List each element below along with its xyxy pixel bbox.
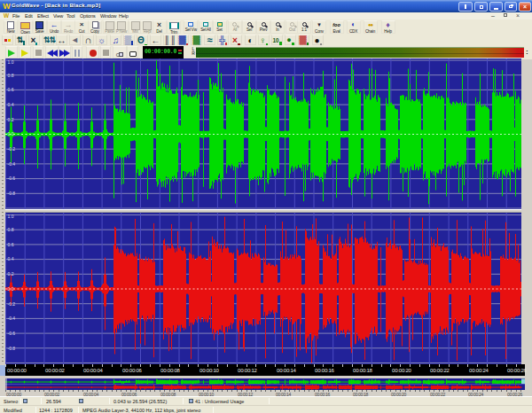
svg-text:-0.6: -0.6 bbox=[8, 331, 16, 336]
svg-text:1.0: 1.0 bbox=[8, 214, 14, 219]
svg-text:-0.4: -0.4 bbox=[8, 316, 16, 321]
svg-text:0.2: 0.2 bbox=[8, 271, 14, 277]
svg-text:0.4: 0.4 bbox=[8, 256, 14, 261]
svg-text:0.8: 0.8 bbox=[8, 73, 14, 78]
svg-text:-0.2: -0.2 bbox=[8, 146, 16, 152]
svg-text:0.6: 0.6 bbox=[8, 87, 14, 92]
svg-text:0.2: 0.2 bbox=[8, 117, 14, 122]
svg-text:0.8: 0.8 bbox=[8, 227, 14, 232]
svg-text:-0.8: -0.8 bbox=[8, 191, 16, 196]
svg-text:0.0: 0.0 bbox=[8, 131, 14, 136]
svg-text:0.4: 0.4 bbox=[8, 102, 14, 107]
svg-text:0.0: 0.0 bbox=[8, 286, 14, 292]
svg-text:-0.8: -0.8 bbox=[8, 346, 16, 351]
svg-text:0.6: 0.6 bbox=[8, 242, 14, 247]
svg-text:-0.4: -0.4 bbox=[8, 161, 16, 167]
svg-text:1.0: 1.0 bbox=[8, 59, 14, 65]
svg-text:-0.6: -0.6 bbox=[8, 175, 16, 181]
svg-text:-0.2: -0.2 bbox=[8, 301, 16, 307]
